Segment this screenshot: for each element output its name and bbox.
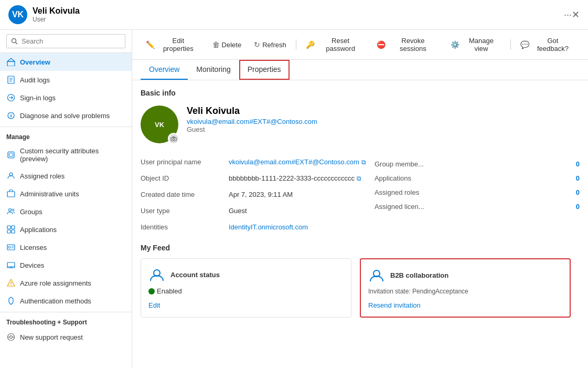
sidebar: Overview Audit logs Sign-i [0,30,132,368]
stats-panel: Group membe... 0 Applications 0 Assigned… [375,106,580,213]
principal-name-label: User principal name [141,156,224,168]
licenses-icon [6,243,16,252]
admin-units-icon [6,189,16,198]
right-column: Group membe... 0 Applications 0 Assigned… [375,106,580,244]
svg-point-12 [9,209,12,212]
svg-point-28 [10,285,11,285]
sidebar-item-devices-label: Devices [20,261,44,269]
sidebar-item-signin-logs[interactable]: Sign-in logs [0,89,132,107]
sidebar-item-audit-label: Audit logs [20,76,50,84]
svg-point-7 [10,113,12,114]
toolbar: ✏️ Edit properties 🗑 Delete ↻ Refresh 🔑 … [132,30,588,60]
sidebar-item-groups[interactable]: Groups [0,203,132,220]
manage-view-button[interactable]: ⚙️ Manage view [445,34,506,55]
sidebar-item-azure-label: Azure role assignments [20,279,91,287]
left-column: VK Veli Koivula vkoivula@ [141,106,366,244]
b2b-user-icon [368,267,385,283]
copy-object-id-icon[interactable]: ⧉ [357,175,361,182]
basic-info-title: Basic info [141,89,580,97]
b2b-card-header: B2B collaboration [368,267,562,283]
tab-properties[interactable]: Properties [239,60,290,80]
sidebar-item-custom-security[interactable]: Custom security attributes (preview) [0,143,132,167]
header-info: Veli Koivula User [33,6,560,23]
applications-value[interactable]: 0 [576,174,580,182]
b2b-card-title: B2B collaboration [390,271,448,279]
svg-point-19 [8,246,10,248]
sidebar-item-new-support[interactable]: New support request [0,328,132,346]
sidebar-item-diagnose[interactable]: Diagnose and solve problems [0,107,132,124]
sidebar-item-azure-roles[interactable]: Azure role assignments [0,274,132,292]
svg-rect-0 [7,61,15,66]
signin-icon [6,93,16,102]
b2b-collaboration-card: B2B collaboration Invitation state: Pend… [360,258,571,318]
account-card-title: Account status [170,271,220,279]
assigned-roles-value[interactable]: 0 [576,188,580,196]
home-icon [6,57,16,67]
sidebar-item-licenses[interactable]: Licenses [0,238,132,256]
svg-rect-8 [8,152,14,158]
sidebar-search-area [0,30,132,53]
principal-name-link[interactable]: vkoivula@email.com#EXT#@Contoso.com [229,158,359,166]
tab-overview[interactable]: Overview [141,60,188,80]
sidebar-item-applications[interactable]: Applications [0,220,132,238]
account-edit-link[interactable]: Edit [148,301,344,309]
object-id-value: bbbbbbbb-1111-2222-3333-cccccccccccc ⧉ [229,172,366,184]
copy-principal-icon[interactable]: ⧉ [361,159,366,166]
my-feed-title: My Feed [141,244,580,252]
delete-button[interactable]: 🗑 Delete [207,38,247,51]
identities-value: IdentityIT.onmicrosoft.com [229,221,366,233]
reset-password-button[interactable]: 🔑 Reset password [301,34,370,55]
sidebar-item-admin-label: Administrative units [20,190,79,198]
sidebar-item-groups-label: Groups [20,208,42,216]
support-icon [6,332,16,342]
svg-rect-9 [9,153,13,157]
feedback-button[interactable]: 💬 Got feedback? [515,34,580,55]
svg-rect-17 [12,230,15,233]
svg-point-10 [9,173,13,176]
svg-rect-16 [7,230,10,233]
groups-icon [6,207,16,216]
roles-icon [6,171,16,181]
troubleshooting-section-label: Troubleshooting + Support [0,312,132,328]
user-type-field-label: User type [141,205,224,217]
sidebar-item-assigned-roles[interactable]: Assigned roles [0,167,132,185]
principal-name-value: vkoivula@email.com#EXT#@Contoso.com ⧉ [229,156,366,168]
header-more-button[interactable]: ··· [564,9,572,20]
created-date-label: Created date time [141,188,224,201]
sidebar-item-custom-label: Custom security attributes (preview) [20,147,125,163]
manage-section-label: Manage [0,127,132,143]
assigned-licenses-label: Assigned licen... [375,203,424,211]
sidebar-item-admin-units[interactable]: Administrative units [0,185,132,203]
resend-invitation-link[interactable]: Resend invitation [368,301,562,309]
applications-label: Applications [375,174,411,182]
user-avatar: VK [141,106,178,143]
sidebar-item-audit-logs[interactable]: Audit logs [0,71,132,89]
camera-button[interactable] [168,133,179,144]
svg-rect-14 [7,226,10,229]
user-type-field-value: Guest [229,205,366,217]
edit-properties-button[interactable]: ✏️ Edit properties [141,34,205,55]
close-button[interactable]: ✕ [572,9,580,20]
tab-monitoring[interactable]: Monitoring [188,60,239,80]
assigned-roles-stat-label: Assigned roles [375,188,419,196]
search-input[interactable] [6,34,125,48]
group-members-value[interactable]: 0 [576,160,580,168]
created-date-value: Apr 7, 2023, 9:11 AM [229,188,366,201]
header: VK Veli Koivula User ··· ✕ [0,0,588,30]
stat-group-members: Group membe... 0 [375,158,580,170]
revoke-sessions-button[interactable]: ⛔ Revoke sessions [371,34,443,55]
main-layout: Overview Audit logs Sign-i [0,30,588,368]
sidebar-item-auth-methods[interactable]: Authentication methods [0,292,132,310]
stat-applications: Applications 0 [375,172,580,184]
refresh-button[interactable]: ↻ Refresh [249,38,292,51]
assigned-licenses-value[interactable]: 0 [576,203,580,211]
svg-rect-15 [12,226,15,229]
sidebar-item-diagnose-label: Diagnose and solve problems [20,112,110,120]
sidebar-item-overview[interactable]: Overview [0,53,132,71]
sidebar-item-devices[interactable]: Devices [0,256,132,274]
toolbar-separator-2 [510,39,511,50]
info-grid: User principal name vkoivula@email.com#E… [141,156,366,233]
sidebar-item-licenses-label: Licenses [20,244,47,251]
user-type-label: Guest [187,125,317,133]
identities-link[interactable]: IdentityIT.onmicrosoft.com [229,223,308,231]
